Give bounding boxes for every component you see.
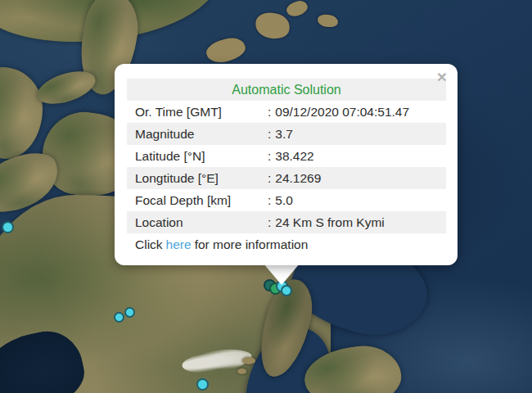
islet <box>242 357 255 364</box>
colon: : <box>268 211 271 233</box>
popup-title: Automatic Solution <box>232 83 340 97</box>
islet <box>204 34 247 66</box>
colon: : <box>268 123 271 145</box>
table-row-focal-depth: Focal Depth [km]:5.0 <box>127 189 446 211</box>
epicenter-marker[interactable] <box>114 312 124 323</box>
row-label: Or. Time [GMT] <box>127 101 268 123</box>
table-row-location: Location:24 Km S from Kymi <box>127 211 446 233</box>
islet <box>254 11 292 42</box>
table-row-longitude: Longtitude [°E]:24.1269 <box>127 167 446 189</box>
colon: : <box>268 101 271 123</box>
table-row-magnitude: Magnitude:3.7 <box>127 123 446 145</box>
row-value: 3.7 <box>275 127 293 141</box>
row-label: Location <box>127 211 268 233</box>
popup-title-row: Automatic Solution <box>127 79 446 101</box>
epicenter-marker[interactable] <box>2 221 14 233</box>
epicenter-marker[interactable] <box>124 307 135 318</box>
islet <box>285 0 309 19</box>
close-icon[interactable]: × <box>434 66 450 88</box>
link-text-after: for more information <box>195 237 309 251</box>
row-value: 5.0 <box>275 193 293 207</box>
colon: : <box>268 167 271 189</box>
row-value: 24.1269 <box>275 171 321 185</box>
row-value: 24 Km S from Kymi <box>275 215 385 229</box>
table-row-latitude: Latitude [°N]:38.422 <box>127 145 446 167</box>
epicenter-marker[interactable] <box>281 285 292 296</box>
earthquake-map-view: × Automatic Solution Or. Time [GMT]:09/1… <box>0 0 532 393</box>
row-label: Focal Depth [km] <box>127 189 268 211</box>
row-value: 09/12/2020 07:04:51.47 <box>275 105 409 119</box>
landmass-west-coast <box>0 67 43 159</box>
row-label: Latitude [°N] <box>127 145 268 167</box>
row-label: Longtitude [°E] <box>127 167 268 189</box>
row-label: Magnitude <box>127 123 268 145</box>
row-value: 38.422 <box>275 149 313 163</box>
popup-tail <box>264 264 300 285</box>
islet <box>317 13 339 28</box>
link-text-before: Click <box>135 237 163 251</box>
colon: : <box>268 145 271 167</box>
colon: : <box>268 189 271 211</box>
islet <box>237 368 246 374</box>
more-info-line: Clickherefor more information <box>127 233 446 255</box>
table-row-origin-time: Or. Time [GMT]:09/12/2020 07:04:51.47 <box>127 101 446 123</box>
earthquake-info-popup: × Automatic Solution Or. Time [GMT]:09/1… <box>115 64 458 265</box>
here-link[interactable]: here <box>166 237 192 251</box>
epicenter-marker[interactable] <box>196 378 209 391</box>
